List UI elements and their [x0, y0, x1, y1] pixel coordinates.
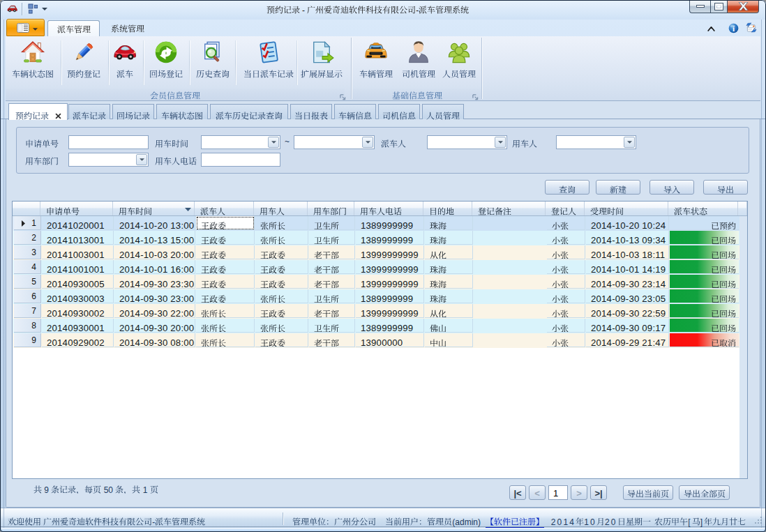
- svg-text:i: i: [733, 24, 735, 33]
